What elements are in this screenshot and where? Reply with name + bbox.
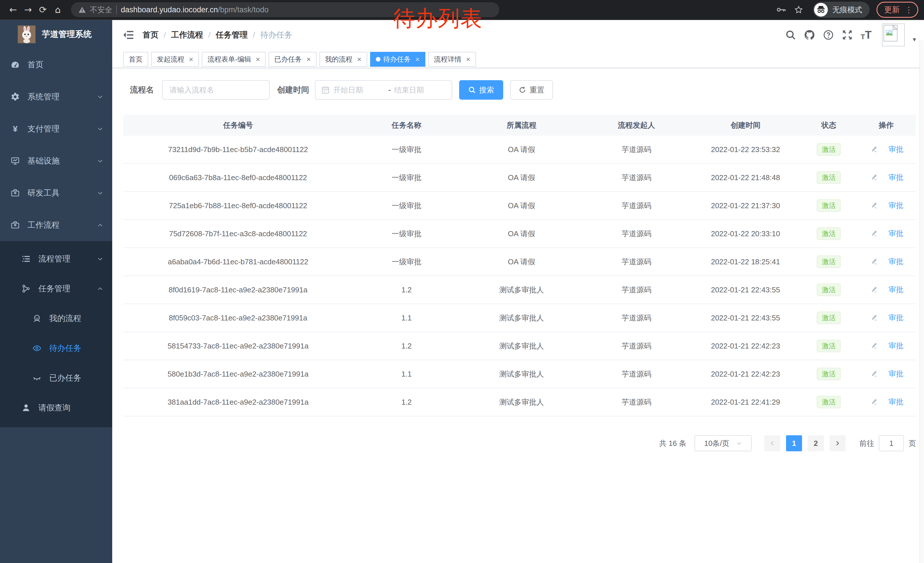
warning-icon	[78, 6, 86, 13]
sidebar-item-0[interactable]: 首页	[0, 49, 112, 81]
process-name-input[interactable]	[162, 80, 270, 100]
cell-id: 58154733-7ac8-11ec-a9e2-a2380e71991a	[123, 342, 353, 350]
scrollbar[interactable]	[920, 40, 924, 563]
filter-form: 流程名 创建时间 - 搜索	[123, 80, 921, 100]
approve-link[interactable]: 审批	[869, 285, 903, 295]
update-button[interactable]: 更新 ⋮	[876, 2, 918, 18]
cell-time: 2022-01-21 22:41:29	[690, 398, 801, 407]
app-title: 芋道管理系统	[42, 29, 92, 40]
sidebar-item-11[interactable]: 请假查询	[0, 393, 112, 423]
end-date-input[interactable]	[394, 86, 446, 95]
sidebar-item-8[interactable]: 我的流程	[0, 303, 112, 333]
tab-4[interactable]: 我的流程×	[320, 52, 367, 67]
flow-tree-icon	[21, 284, 31, 293]
tab-label: 流程表单-编辑	[207, 55, 251, 64]
approve-link[interactable]: 审批	[869, 228, 903, 239]
reset-button[interactable]: 重置	[510, 80, 553, 100]
approve-link[interactable]: 审批	[869, 369, 903, 379]
tab-label: 首页	[129, 55, 142, 64]
cell-action: 审批	[856, 313, 916, 323]
cell-action: 审批	[856, 397, 916, 407]
edit-pencil-icon	[869, 342, 879, 349]
tab-6[interactable]: 流程详情×	[428, 52, 476, 67]
status-badge: 激活	[817, 143, 841, 156]
breadcrumb-task-mgmt[interactable]: 任务管理	[216, 30, 248, 41]
sidebar-item-4[interactable]: 研发工具	[0, 177, 112, 209]
tab-close-icon[interactable]: ×	[306, 55, 310, 64]
cell-status: 激活	[801, 199, 856, 212]
tab-close-icon[interactable]: ×	[189, 55, 193, 64]
tab-label: 待办任务	[383, 55, 411, 64]
sidebar-item-label: 任务管理	[38, 283, 70, 294]
approve-link[interactable]: 审批	[869, 397, 903, 407]
sidebar-item-7[interactable]: 任务管理	[0, 274, 112, 303]
cell-name: 一级审批	[353, 145, 460, 155]
tab-1[interactable]: 发起流程×	[151, 52, 199, 67]
tab-0[interactable]: 首页	[123, 52, 148, 67]
back-icon[interactable]: ←	[6, 4, 21, 15]
goto-page-input[interactable]	[879, 435, 904, 451]
cell-name: 1.1	[353, 370, 460, 378]
edit-pencil-icon	[869, 314, 879, 321]
sidebar-item-2[interactable]: ¥支付管理	[0, 113, 112, 145]
sidebar-item-1[interactable]: 系统管理	[0, 81, 112, 113]
home-icon[interactable]: ⌂	[50, 4, 65, 15]
avatar[interactable]	[882, 24, 905, 47]
sidebar-item-3[interactable]: 基础设施	[0, 145, 112, 177]
sidebar-fold-icon[interactable]	[123, 30, 134, 40]
key-icon[interactable]	[773, 6, 790, 14]
approve-label: 审批	[888, 144, 903, 155]
approve-link[interactable]: 审批	[869, 200, 903, 210]
search-button[interactable]: 搜索	[459, 80, 503, 100]
cell-status: 激活	[801, 255, 856, 268]
browser-menu-icon[interactable]: ⋮	[905, 5, 913, 15]
breadcrumb-workflow[interactable]: 工作流程	[171, 30, 203, 41]
sidebar-item-5[interactable]: 工作流程	[0, 209, 112, 241]
forward-icon[interactable]: →	[21, 4, 36, 15]
text-size-icon[interactable]: TT	[861, 30, 872, 41]
prev-page-button[interactable]	[764, 435, 780, 451]
reload-icon[interactable]: ⟳	[36, 4, 50, 15]
tab-3[interactable]: 已办任务×	[268, 52, 316, 67]
tab-close-icon[interactable]: ×	[256, 55, 260, 64]
approve-label: 审批	[888, 173, 903, 182]
bookmark-star-icon[interactable]	[790, 6, 807, 14]
app-logo[interactable]: 芋道管理系统	[0, 20, 112, 49]
avatar-dropdown-icon[interactable]: ▾	[913, 36, 916, 43]
github-icon[interactable]	[804, 30, 815, 41]
fullscreen-icon[interactable]	[842, 30, 853, 41]
status-badge: 激活	[817, 396, 841, 408]
sidebar-item-6[interactable]: 流程管理	[0, 244, 112, 274]
tab-label: 发起流程	[157, 55, 184, 64]
security-label[interactable]: 不安全	[90, 5, 112, 15]
cell-id: 725a1eb6-7b88-11ec-8ef0-acde48001122	[123, 201, 353, 210]
edit-pencil-icon	[869, 146, 879, 153]
eye-open-icon	[32, 344, 42, 353]
page-button-1[interactable]: 1	[786, 435, 802, 451]
cell-initiator: 芋道源码	[583, 341, 690, 351]
tab-5[interactable]: 待办任务×	[370, 52, 425, 67]
approve-link[interactable]: 审批	[869, 173, 903, 182]
start-date-input[interactable]	[333, 86, 385, 95]
approve-link[interactable]: 审批	[869, 341, 903, 351]
page-size-select[interactable]: 10条/页	[694, 435, 752, 451]
tab-close-icon[interactable]: ×	[466, 55, 470, 64]
breadcrumb-home[interactable]: 首页	[142, 30, 159, 41]
cell-time: 2022-01-21 22:43:55	[690, 314, 801, 323]
search-icon[interactable]	[785, 30, 796, 41]
column-header-0: 任务编号	[123, 120, 353, 130]
cell-initiator: 芋道源码	[583, 397, 690, 407]
approve-link[interactable]: 审批	[869, 257, 903, 267]
help-icon[interactable]	[823, 30, 834, 41]
date-range-picker[interactable]: -	[315, 80, 452, 100]
next-page-button[interactable]	[830, 435, 846, 451]
sidebar-item-9[interactable]: 待办任务	[0, 333, 112, 363]
sidebar-item-10[interactable]: 已办任务	[0, 363, 112, 393]
approve-link[interactable]: 审批	[869, 313, 903, 323]
tab-2[interactable]: 流程表单-编辑×	[202, 52, 266, 67]
approve-link[interactable]: 审批	[869, 144, 903, 155]
tab-close-icon[interactable]: ×	[357, 55, 362, 64]
tab-close-icon[interactable]: ×	[416, 55, 420, 64]
page-button-2[interactable]: 2	[808, 435, 824, 451]
cell-action: 审批	[856, 200, 916, 211]
